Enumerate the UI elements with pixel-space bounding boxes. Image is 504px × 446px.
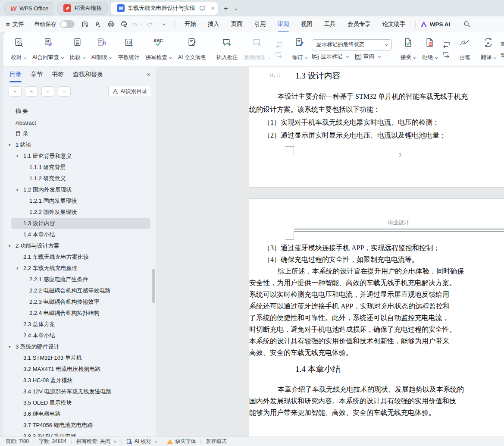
zoom-out-toc-button[interactable]: −	[58, 86, 71, 97]
spell-check-button[interactable]: ABC 拼写检查	[143, 35, 175, 64]
toc-item[interactable]: 3.6 继电器电路	[3, 408, 157, 420]
caret-down-icon[interactable]: ▾	[16, 266, 23, 270]
caret-down-icon[interactable]: ▾	[16, 188, 23, 192]
tab-document[interactable]: W 车载无线充电器设计与实现 ×	[111, 2, 218, 15]
track-changes-button[interactable]: 修订	[289, 35, 310, 64]
toc-item[interactable]: 2.2.4 电磁耦合机构拓扑结构	[3, 308, 157, 319]
next-comment-button[interactable]	[275, 51, 283, 58]
customize-quickbar-chevron-icon[interactable]	[157, 19, 169, 29]
document-page-4[interactable]: 毕业设计 （3）通过蓝牙模块连接手机 APP，实现远程监控和控制； （4）确保充…	[249, 198, 504, 437]
toc-item[interactable]: 3.4 12V 电源部分车载无线发送电路	[3, 386, 157, 397]
toc-item[interactable]: Abstract	[3, 117, 157, 128]
toc-item[interactable]: 3.1 STM32F103 单片机	[3, 352, 157, 364]
new-tab-button[interactable]: +	[224, 5, 228, 12]
toc-item[interactable]: 1.1.2 研究意义	[3, 173, 157, 184]
zoom-in-toc-button[interactable]: +	[41, 86, 54, 97]
sidebar-tab-contents[interactable]: 目录	[9, 67, 22, 82]
word-count-button[interactable]: 12 字数统计	[115, 35, 143, 64]
toc-item[interactable]: ▾2 功能与设计方案	[3, 240, 157, 251]
toc-item[interactable]: 2.3 总体方案	[3, 319, 157, 330]
file-menu[interactable]: ≡ 文件	[6, 20, 24, 28]
reject-change-button[interactable]: 拒绝	[419, 35, 441, 64]
redo-icon[interactable]	[144, 19, 156, 29]
toc-item[interactable]: 3.8 3.3V-5V 升压电路	[3, 431, 157, 437]
export-pdf-icon[interactable]: P	[93, 19, 104, 29]
spell-check-status[interactable]: 拼写检查: 关闭	[76, 438, 116, 445]
translate-button[interactable]: A 翻译	[478, 35, 499, 64]
toc-item[interactable]: 目 录	[3, 128, 157, 139]
menu-paper-assistant[interactable]: 论文助手	[382, 17, 406, 31]
tab-template-store[interactable]: 稻壳AI模板	[57, 2, 108, 15]
expand-all-button[interactable]	[9, 86, 22, 97]
sidebar-tab-find-replace[interactable]: 查找和替换	[73, 67, 103, 82]
save-icon[interactable]	[80, 19, 91, 29]
toc-item[interactable]: ▾1.2 国内外发展现状	[3, 184, 157, 195]
toc-item[interactable]: 2.2.3 电磁耦合机构传输效率	[3, 296, 157, 308]
missing-font-warning[interactable]: 缺失字体	[167, 438, 196, 445]
toc-item[interactable]: 1.4 本章小结	[3, 229, 157, 240]
ink-pen-button[interactable]: 画笔	[456, 35, 473, 64]
toc-item[interactable]: 摘 要	[3, 106, 157, 117]
toc-item[interactable]: 3.7 TP4056 锂电池充电电路	[3, 420, 157, 431]
menu-home[interactable]: 开始	[185, 17, 196, 31]
print-preview-icon[interactable]	[119, 19, 130, 29]
toc-item[interactable]: 1.1.1 研究背景	[3, 162, 157, 173]
accept-change-button[interactable]: 接受	[398, 35, 419, 64]
ai-polish-button[interactable]: AI 全文润色	[175, 35, 209, 64]
toc-item[interactable]: 2.4 本章小结	[3, 330, 157, 341]
search-icon[interactable]	[461, 19, 473, 29]
menu-page[interactable]: 页面	[231, 17, 243, 31]
ai-proofread-status[interactable]: AI 校对	[126, 438, 157, 445]
previous-change-button[interactable]	[442, 41, 451, 48]
toc-item[interactable]: ▾3 系统的硬件设计	[3, 341, 157, 352]
delete-comment-button[interactable]: 删除批注	[241, 35, 273, 64]
heading-level-marker[interactable]: H₂ ⠿	[269, 72, 280, 79]
menu-reference[interactable]: 引用	[254, 17, 266, 31]
menu-tools[interactable]: 工具	[324, 17, 336, 31]
wps-ai-button[interactable]: WPS AI	[420, 21, 451, 28]
sidebar-tab-chapters[interactable]: 章节	[31, 67, 43, 82]
undo-icon[interactable]	[131, 19, 143, 29]
toc-item[interactable]: 2.2.2 电磁耦合机构互感等效电路	[3, 285, 157, 296]
document-page-3[interactable]: H₂ ⠿ 1.3 设计内容 本设计主要介绍一种基于 STM32 单片机的智能车载…	[249, 67, 504, 188]
show-markup-button[interactable]: 显示标记	[312, 53, 349, 60]
toc-item[interactable]: 3.3 HC-08 蓝牙模块	[3, 375, 157, 386]
compatibility-mode-badge[interactable]: 兼容模式	[206, 438, 226, 445]
toc-item[interactable]: ▾1.1 研究背景和意义	[3, 151, 157, 162]
simplified-to-traditional-button[interactable]: 简→ 转繁	[501, 41, 504, 48]
proofread-button[interactable]: 校对	[8, 35, 29, 64]
compare-button[interactable]: 比较	[67, 35, 88, 64]
word-count-indicator[interactable]: 字数: 24804	[39, 438, 66, 445]
autosave-toggle[interactable]	[60, 20, 75, 28]
page-indicator[interactable]: 页面: 7/80	[6, 438, 29, 445]
ai-recognize-toc-button[interactable]: AI识别目录	[108, 86, 151, 97]
toc-item[interactable]: 3.5 OLED 显示模块	[3, 397, 157, 408]
sidebar-scrollbar-thumb[interactable]	[152, 269, 155, 303]
print-icon[interactable]	[106, 19, 117, 29]
menu-insert[interactable]: 插入	[208, 17, 219, 31]
caret-down-icon[interactable]: ▾	[16, 154, 23, 158]
markup-state-select[interactable]: 显示标记的最终状态	[312, 39, 392, 50]
toc-item[interactable]: 1.2.1 国内发展现状	[3, 195, 157, 207]
window-mode-icon[interactable]	[200, 6, 205, 11]
caret-down-icon[interactable]: ▾	[9, 244, 16, 248]
previous-comment-button[interactable]	[275, 41, 283, 48]
collapse-all-button[interactable]	[25, 86, 38, 97]
caret-down-icon[interactable]: ▾	[9, 345, 16, 349]
toc-item[interactable]: 2.2.1 感应电流产生条件	[3, 274, 157, 285]
toc-item[interactable]: 2.1 车载无线充电方案比较	[3, 251, 157, 263]
next-change-button[interactable]	[442, 51, 451, 58]
tab-wps-office[interactable]: W WPS Office	[4, 2, 54, 15]
caret-down-icon[interactable]: ▾	[9, 143, 16, 147]
toc-item-selected[interactable]: 1.3 设计内容	[11, 218, 150, 229]
insert-comment-button[interactable]: 插入批注	[213, 35, 241, 64]
sidebar-close-icon[interactable]: ×	[147, 71, 150, 78]
menu-review[interactable]: 审阅	[278, 17, 289, 31]
menu-membership[interactable]: 会员专享	[347, 17, 371, 31]
ai-read-aloud-button[interactable]: AI朗读	[88, 35, 115, 64]
toc-item[interactable]: 1.2.2 国外发展现状	[3, 207, 157, 218]
traditional-to-simplified-button[interactable]: 繁→ 转简	[501, 52, 504, 59]
toc-item[interactable]: ▾2.2 车载无线充电原理	[3, 263, 157, 274]
ai-contract-review-button[interactable]: AI合同审查	[29, 35, 67, 64]
tab-close-icon[interactable]: ×	[211, 5, 214, 12]
